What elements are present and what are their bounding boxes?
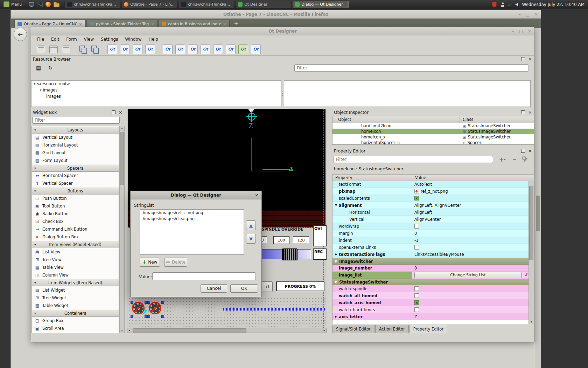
- toolbar-button[interactable]: Qt: [163, 45, 173, 54]
- property-name-cell[interactable]: pixmap: [332, 188, 412, 195]
- taskbar-button[interactable]: Dialog — Qt Designer: [293, 1, 349, 8]
- menu-edit[interactable]: Edit: [48, 36, 62, 42]
- toolbar-button[interactable]: [37, 46, 45, 53]
- delete-string-button[interactable]: Delete: [164, 258, 187, 267]
- widget-item[interactable]: ▣Tool Button: [32, 202, 119, 210]
- menu-settings[interactable]: Settings: [98, 36, 121, 42]
- stringlist-item[interactable]: :/images/images/ref_z_not.png: [140, 210, 244, 216]
- value-column-header[interactable]: Value: [412, 175, 534, 181]
- resource-tree-item[interactable]: ▾images: [31, 87, 281, 93]
- widget-item[interactable]: ↔Horizontal Spacer: [32, 172, 119, 179]
- float-panel-icon[interactable]: [521, 57, 525, 61]
- toolbar-button[interactable]: Qt: [213, 45, 223, 54]
- close-panel-icon[interactable]: ×: [528, 57, 532, 61]
- property-name-cell[interactable]: indent: [332, 237, 412, 244]
- home-icon-widget-z[interactable]: Z: [131, 300, 147, 317]
- scroll-down-icon[interactable]: ▾: [120, 329, 124, 333]
- widget-category-header[interactable]: ▾Buttons: [32, 187, 119, 195]
- property-value-cell[interactable]: ×: [412, 195, 528, 202]
- property-value-cell[interactable]: LinksAccessibleByMouse: [412, 251, 528, 258]
- minimize-icon[interactable]: –: [512, 29, 514, 34]
- selection-handle[interactable]: [147, 301, 150, 304]
- property-name-cell[interactable]: watch_axis_homed: [332, 299, 412, 306]
- selection-handle[interactable]: [161, 301, 164, 304]
- property-name-cell[interactable]: ▶axis_letter: [332, 313, 412, 320]
- widget-item[interactable]: ▭Push Button: [32, 195, 119, 202]
- toolbar-button[interactable]: [49, 46, 58, 53]
- object-inspector-row[interactable]: hardLimit2Icon▣StatusImageSwitcher: [332, 123, 534, 129]
- scroll-right-icon[interactable]: ▸: [323, 328, 325, 332]
- widget-item[interactable]: ▤List Widget: [32, 286, 119, 294]
- property-name-cell[interactable]: Horizontal: [332, 209, 412, 216]
- widget-box-scrollbar[interactable]: ▴ ▾: [119, 126, 125, 333]
- property-row[interactable]: watch_axis_homed×: [332, 299, 528, 306]
- monitor-launcher-icon[interactable]: [29, 2, 34, 7]
- float-panel-icon[interactable]: [521, 149, 525, 153]
- property-row[interactable]: image_number0: [332, 265, 528, 272]
- widget-item[interactable]: ▧Form Layout: [32, 157, 119, 164]
- property-name-cell[interactable]: textFormat: [332, 181, 412, 188]
- property-row[interactable]: watch_spindle: [332, 285, 528, 292]
- property-value-cell[interactable]: [412, 292, 528, 299]
- menu-view[interactable]: View: [81, 36, 97, 42]
- toolbar-button[interactable]: Qt: [133, 45, 142, 54]
- widget-item[interactable]: →Command Link Button: [32, 225, 119, 233]
- checkbox-unchecked[interactable]: [414, 293, 419, 298]
- reset-property-icon[interactable]: ↺: [525, 273, 528, 277]
- property-value-cell[interactable]: [412, 285, 528, 292]
- taskbar-button[interactable]: Qt Designer: [236, 1, 292, 8]
- property-value-cell[interactable]: ×: [412, 299, 528, 306]
- new-string-button[interactable]: + New: [140, 258, 160, 267]
- firefox-launcher-icon[interactable]: [46, 2, 51, 7]
- close-panel-icon[interactable]: ×: [528, 149, 532, 153]
- selection-handle[interactable]: [147, 315, 150, 318]
- widget-item[interactable]: ▦Grid Layout: [32, 149, 119, 157]
- widget-item[interactable]: ▥Horizontal Layout: [32, 141, 119, 149]
- close-icon[interactable]: ×: [534, 12, 538, 17]
- property-value-cell[interactable]: 0: [412, 265, 528, 272]
- property-name-cell[interactable]: image_number: [332, 265, 412, 272]
- resource-tree-item[interactable]: images: [31, 93, 281, 100]
- remove-dynamic-property-button[interactable]: −: [511, 156, 518, 163]
- back-button[interactable]: ←: [14, 28, 27, 41]
- user-switch-icon[interactable]: [500, 2, 505, 7]
- object-inspector-row[interactable]: homeIcon_x▣StatusImageSwitcher: [332, 134, 534, 140]
- tab-signal-slot-editor[interactable]: Signal/Slot Editor: [332, 325, 374, 333]
- property-row[interactable]: HorizontalAlignLeft: [332, 209, 528, 216]
- configure-property-editor-icon[interactable]: [521, 156, 530, 163]
- volume-icon[interactable]: [515, 3, 518, 6]
- qt-designer-titlebar[interactable]: Qt Designer – □ ×: [31, 27, 534, 35]
- property-name-cell[interactable]: image_list: [332, 272, 412, 279]
- tab-action-editor[interactable]: Action Editor: [375, 325, 409, 333]
- close-panel-icon[interactable]: ×: [528, 111, 532, 114]
- object-inspector-row[interactable]: horizontalSpacer_5↔Spacer: [332, 140, 534, 145]
- property-value-cell[interactable]: -1: [412, 237, 528, 244]
- property-value-cell[interactable]: AlignVCenter: [412, 216, 528, 223]
- widget-category-header[interactable]: ▾Item Widgets (Item-Based): [32, 279, 119, 286]
- property-row[interactable]: ▶axis_letterZ: [332, 313, 528, 320]
- toolbar-button[interactable]: Qt: [238, 45, 248, 54]
- property-value-cell[interactable]: AlignLeft: [412, 209, 528, 216]
- float-panel-icon[interactable]: [521, 110, 525, 114]
- widget-item[interactable]: ◫Column View: [32, 271, 119, 279]
- widget-item[interactable]: ↕Vertical Spacer: [32, 179, 119, 187]
- property-name-cell[interactable]: wordWrap: [332, 223, 412, 230]
- menu-button[interactable]: Menu: [0, 0, 25, 9]
- widget-item[interactable]: ▤Vertical Layout: [32, 134, 119, 141]
- tab-property-editor[interactable]: Property Editor: [410, 325, 447, 333]
- change-string-list-button[interactable]: Change String List: [414, 272, 522, 278]
- property-name-cell[interactable]: scaledContents: [332, 195, 412, 202]
- property-value-cell[interactable]: ⊘ref_z_not.png: [412, 188, 528, 195]
- property-name-cell[interactable]: Vertical: [332, 216, 412, 223]
- toolbar-button[interactable]: Qt: [145, 45, 155, 54]
- tree-expand-icon[interactable]: ▾: [40, 88, 42, 92]
- network-signal-icon[interactable]: [509, 3, 511, 6]
- menu-form[interactable]: Form: [63, 36, 80, 42]
- widget-category-header[interactable]: ▾Item Views (Model-Based): [32, 241, 119, 248]
- property-row[interactable]: indent-1: [332, 237, 528, 244]
- home-icon-widget-x[interactable]: X: [148, 300, 163, 317]
- clock[interactable]: Wednesday July 22, 10:40 AM: [522, 2, 584, 7]
- property-filter-input[interactable]: [334, 156, 493, 163]
- expander-open-icon[interactable]: ▼: [334, 204, 338, 207]
- reload-resources-icon[interactable]: ↻: [46, 63, 55, 73]
